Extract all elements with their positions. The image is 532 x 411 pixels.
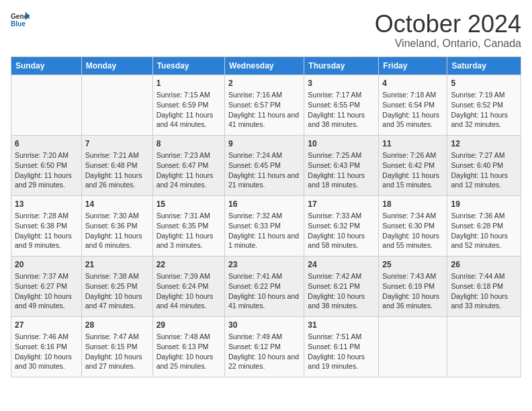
- logo: General Blue: [11, 11, 30, 30]
- day-number: 6: [15, 138, 78, 150]
- day-info: Sunrise: 7:30 AM Sunset: 6:36 PM Dayligh…: [85, 211, 149, 250]
- calendar-cell: 2Sunrise: 7:16 AM Sunset: 6:57 PM Daylig…: [225, 75, 304, 135]
- calendar-cell: 7Sunrise: 7:21 AM Sunset: 6:48 PM Daylig…: [81, 135, 152, 195]
- calendar-cell: 26Sunrise: 7:44 AM Sunset: 6:18 PM Dayli…: [447, 256, 521, 316]
- page-header: General Blue October 2024 Vineland, Onta…: [11, 11, 521, 50]
- calendar-table: SundayMondayTuesdayWednesdayThursdayFrid…: [11, 56, 521, 377]
- day-info: Sunrise: 7:20 AM Sunset: 6:50 PM Dayligh…: [15, 150, 78, 190]
- calendar-cell: 18Sunrise: 7:34 AM Sunset: 6:30 PM Dayli…: [379, 195, 447, 256]
- calendar-cell: 13Sunrise: 7:28 AM Sunset: 6:38 PM Dayli…: [11, 195, 82, 256]
- calendar-week-4: 20Sunrise: 7:37 AM Sunset: 6:27 PM Dayli…: [11, 256, 521, 316]
- calendar-cell: [447, 316, 521, 377]
- calendar-cell: 24Sunrise: 7:42 AM Sunset: 6:21 PM Dayli…: [304, 256, 379, 316]
- day-number: 16: [228, 199, 300, 210]
- column-header-tuesday: Tuesday: [152, 56, 224, 75]
- day-info: Sunrise: 7:26 AM Sunset: 6:42 PM Dayligh…: [382, 150, 443, 190]
- calendar-cell: 12Sunrise: 7:27 AM Sunset: 6:40 PM Dayli…: [447, 135, 521, 195]
- column-header-monday: Monday: [81, 56, 152, 75]
- calendar-header-row: SundayMondayTuesdayWednesdayThursdayFrid…: [11, 56, 521, 75]
- day-number: 5: [451, 78, 517, 89]
- day-number: 4: [382, 78, 443, 89]
- day-info: Sunrise: 7:49 AM Sunset: 6:12 PM Dayligh…: [228, 332, 300, 371]
- day-number: 17: [308, 199, 375, 210]
- day-number: 22: [157, 259, 221, 271]
- calendar-cell: 30Sunrise: 7:49 AM Sunset: 6:12 PM Dayli…: [225, 316, 304, 377]
- day-number: 3: [308, 78, 375, 89]
- column-header-wednesday: Wednesday: [225, 56, 304, 75]
- day-info: Sunrise: 7:47 AM Sunset: 6:15 PM Dayligh…: [85, 332, 149, 371]
- day-number: 11: [382, 138, 443, 150]
- calendar-cell: 4Sunrise: 7:18 AM Sunset: 6:54 PM Daylig…: [379, 75, 447, 135]
- day-info: Sunrise: 7:24 AM Sunset: 6:45 PM Dayligh…: [228, 150, 300, 190]
- column-header-friday: Friday: [379, 56, 447, 75]
- day-info: Sunrise: 7:48 AM Sunset: 6:13 PM Dayligh…: [157, 332, 221, 371]
- calendar-cell: 3Sunrise: 7:17 AM Sunset: 6:55 PM Daylig…: [304, 75, 379, 135]
- calendar-cell: 29Sunrise: 7:48 AM Sunset: 6:13 PM Dayli…: [152, 316, 224, 377]
- day-info: Sunrise: 7:33 AM Sunset: 6:32 PM Dayligh…: [308, 211, 375, 250]
- day-number: 12: [451, 138, 517, 150]
- calendar-cell: 9Sunrise: 7:24 AM Sunset: 6:45 PM Daylig…: [225, 135, 304, 195]
- logo-icon: General Blue: [11, 11, 30, 30]
- day-number: 13: [15, 199, 78, 210]
- day-info: Sunrise: 7:34 AM Sunset: 6:30 PM Dayligh…: [382, 211, 443, 250]
- column-header-saturday: Saturday: [447, 56, 521, 75]
- svg-text:Blue: Blue: [11, 20, 26, 28]
- calendar-cell: 11Sunrise: 7:26 AM Sunset: 6:42 PM Dayli…: [379, 135, 447, 195]
- day-number: 2: [228, 78, 300, 89]
- day-number: 9: [228, 138, 300, 150]
- day-info: Sunrise: 7:51 AM Sunset: 6:11 PM Dayligh…: [308, 332, 375, 371]
- calendar-cell: 28Sunrise: 7:47 AM Sunset: 6:15 PM Dayli…: [81, 316, 152, 377]
- calendar-cell: 27Sunrise: 7:46 AM Sunset: 6:16 PM Dayli…: [11, 316, 82, 377]
- day-number: 29: [157, 320, 221, 331]
- day-number: 21: [85, 259, 149, 271]
- calendar-title: October 2024: [375, 11, 521, 38]
- calendar-cell: 25Sunrise: 7:43 AM Sunset: 6:19 PM Dayli…: [379, 256, 447, 316]
- column-header-sunday: Sunday: [11, 56, 82, 75]
- calendar-cell: 23Sunrise: 7:41 AM Sunset: 6:22 PM Dayli…: [225, 256, 304, 316]
- calendar-week-5: 27Sunrise: 7:46 AM Sunset: 6:16 PM Dayli…: [11, 316, 521, 377]
- day-info: Sunrise: 7:37 AM Sunset: 6:27 PM Dayligh…: [15, 271, 78, 311]
- calendar-cell: 15Sunrise: 7:31 AM Sunset: 6:35 PM Dayli…: [152, 195, 224, 256]
- calendar-subtitle: Vineland, Ontario, Canada: [375, 38, 521, 50]
- calendar-cell: 5Sunrise: 7:19 AM Sunset: 6:52 PM Daylig…: [447, 75, 521, 135]
- day-info: Sunrise: 7:39 AM Sunset: 6:24 PM Dayligh…: [157, 271, 221, 311]
- day-info: Sunrise: 7:21 AM Sunset: 6:48 PM Dayligh…: [85, 150, 149, 190]
- day-number: 28: [85, 320, 149, 331]
- day-info: Sunrise: 7:15 AM Sunset: 6:59 PM Dayligh…: [157, 90, 221, 130]
- day-number: 26: [451, 259, 517, 271]
- column-header-thursday: Thursday: [304, 56, 379, 75]
- day-number: 10: [308, 138, 375, 150]
- day-number: 14: [85, 199, 149, 210]
- day-info: Sunrise: 7:25 AM Sunset: 6:43 PM Dayligh…: [308, 150, 375, 190]
- calendar-cell: 20Sunrise: 7:37 AM Sunset: 6:27 PM Dayli…: [11, 256, 82, 316]
- day-info: Sunrise: 7:23 AM Sunset: 6:47 PM Dayligh…: [157, 150, 221, 190]
- day-info: Sunrise: 7:38 AM Sunset: 6:25 PM Dayligh…: [85, 271, 149, 311]
- calendar-cell: 19Sunrise: 7:36 AM Sunset: 6:28 PM Dayli…: [447, 195, 521, 256]
- day-number: 31: [308, 320, 375, 331]
- day-info: Sunrise: 7:31 AM Sunset: 6:35 PM Dayligh…: [157, 211, 221, 250]
- day-info: Sunrise: 7:46 AM Sunset: 6:16 PM Dayligh…: [15, 332, 78, 371]
- day-info: Sunrise: 7:42 AM Sunset: 6:21 PM Dayligh…: [308, 271, 375, 311]
- day-number: 15: [157, 199, 221, 210]
- day-number: 30: [228, 320, 300, 331]
- calendar-cell: [11, 75, 82, 135]
- day-info: Sunrise: 7:36 AM Sunset: 6:28 PM Dayligh…: [451, 211, 517, 250]
- day-info: Sunrise: 7:41 AM Sunset: 6:22 PM Dayligh…: [228, 271, 300, 311]
- calendar-cell: 21Sunrise: 7:38 AM Sunset: 6:25 PM Dayli…: [81, 256, 152, 316]
- day-number: 23: [228, 259, 300, 271]
- day-info: Sunrise: 7:16 AM Sunset: 6:57 PM Dayligh…: [228, 90, 300, 130]
- day-number: 1: [157, 78, 221, 89]
- day-number: 8: [157, 138, 221, 150]
- title-block: October 2024 Vineland, Ontario, Canada: [375, 11, 521, 50]
- day-info: Sunrise: 7:32 AM Sunset: 6:33 PM Dayligh…: [228, 211, 300, 250]
- calendar-week-2: 6Sunrise: 7:20 AM Sunset: 6:50 PM Daylig…: [11, 135, 521, 195]
- calendar-cell: 6Sunrise: 7:20 AM Sunset: 6:50 PM Daylig…: [11, 135, 82, 195]
- day-number: 27: [15, 320, 78, 331]
- calendar-cell: 16Sunrise: 7:32 AM Sunset: 6:33 PM Dayli…: [225, 195, 304, 256]
- day-info: Sunrise: 7:27 AM Sunset: 6:40 PM Dayligh…: [451, 150, 517, 190]
- calendar-cell: 17Sunrise: 7:33 AM Sunset: 6:32 PM Dayli…: [304, 195, 379, 256]
- day-info: Sunrise: 7:44 AM Sunset: 6:18 PM Dayligh…: [451, 271, 517, 311]
- day-number: 20: [15, 259, 78, 271]
- day-number: 25: [382, 259, 443, 271]
- day-number: 7: [85, 138, 149, 150]
